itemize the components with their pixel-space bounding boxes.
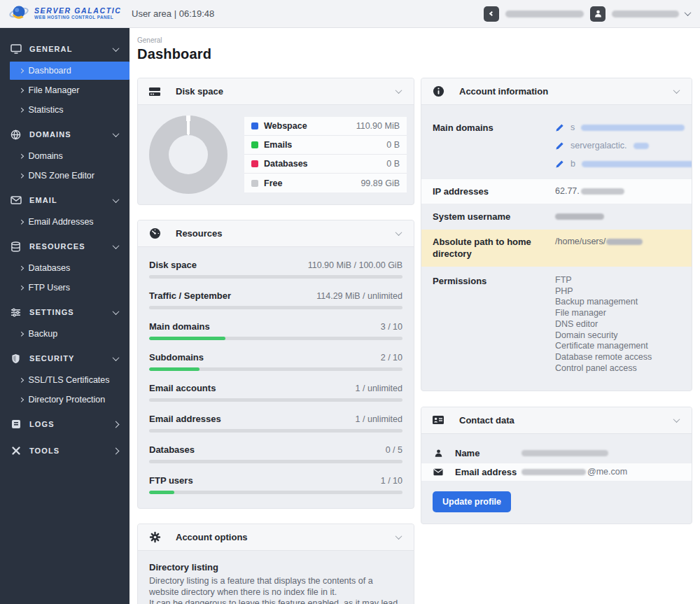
legend-value: 0 B	[386, 159, 400, 169]
sidebar-item-statistics[interactable]: Statistics	[0, 101, 130, 119]
planet-logo-icon	[8, 2, 31, 26]
sidebar-section-logs[interactable]: LOGS	[0, 413, 130, 435]
legend-value: 99.89 GiB	[360, 178, 400, 188]
system-username-row: System username	[421, 204, 692, 230]
sidebar-item-label: DNS Zone Editor	[29, 171, 94, 181]
home-directory-row: Absolute path to home directory /home/us…	[421, 230, 692, 267]
sidebar-section-label: DOMAINS	[29, 130, 113, 139]
sidebar-item-databases[interactable]: Databases	[0, 259, 130, 277]
disk-space-card: Disk space Webspace 110.90 MiB Emails	[137, 78, 414, 205]
redacted-username-text	[612, 10, 679, 17]
back-button[interactable]	[484, 6, 499, 22]
disk-usage-legend: Webspace 110.90 MiB Emails 0 B Databases…	[244, 117, 407, 192]
domain-text: servergalactic.	[570, 140, 627, 152]
webspace-color-swatch	[251, 122, 258, 129]
sidebar-item-label: Databases	[29, 263, 71, 273]
sidebar-item-ssl-tls-certificates[interactable]: SSL/TLS Certificates	[0, 371, 130, 389]
resource-label: Email accounts	[149, 383, 216, 393]
sidebar-item-ftp-users[interactable]: FTP Users	[0, 279, 130, 297]
info-icon	[431, 85, 445, 97]
sidebar-section-label: GENERAL	[29, 45, 113, 53]
collapse-chevron-icon[interactable]	[396, 229, 402, 236]
sidebar-item-file-manager[interactable]: File Manager	[0, 81, 130, 99]
sidebar-section-label: SETTINGS	[29, 308, 113, 316]
domain-text: s	[570, 122, 575, 134]
feature-description-1: Directory listing is a feature that disp…	[149, 576, 402, 598]
update-profile-button[interactable]: Update profile	[433, 491, 511, 512]
user-menu-button[interactable]	[590, 6, 606, 22]
sidebar-item-domains[interactable]: Domains	[0, 147, 130, 165]
permissions-row: Permissions FTP PHP Backup management Fi…	[421, 267, 692, 381]
resources-card-header[interactable]: Resources	[138, 220, 414, 247]
resource-row-ftp-users: FTP users1 / 10	[149, 475, 402, 494]
legend-row-free: Free 99.89 GiB	[244, 174, 407, 192]
permission-item: FTP	[555, 275, 680, 286]
sidebar-section-security[interactable]: SECURITY	[0, 347, 130, 370]
collapse-chevron-icon[interactable]	[673, 416, 680, 423]
disk-space-card-header[interactable]: Disk space	[138, 78, 414, 105]
app-logo[interactable]: SERVER GALACTIC WEB HOSTING CONTROL PANE…	[0, 2, 123, 26]
domain-link[interactable]: b	[555, 158, 692, 170]
account-options-card-header[interactable]: Account options	[138, 524, 414, 551]
domain-link[interactable]: s	[555, 122, 692, 134]
envelope-icon	[10, 196, 22, 204]
sidebar-item-label: FTP Users	[29, 283, 71, 293]
resource-label: FTP users	[149, 475, 193, 486]
path-value: /home/users/	[555, 237, 606, 246]
email-suffix: @me.com	[587, 467, 627, 477]
legend-row-emails: Emails 0 B	[244, 136, 407, 155]
sidebar-section-settings[interactable]: SETTINGS	[0, 301, 130, 323]
id-card-icon	[431, 415, 445, 425]
permission-item: Control panel access	[555, 363, 680, 374]
legend-value: 110.90 MiB	[356, 121, 400, 131]
collapse-chevron-icon[interactable]	[396, 533, 402, 540]
permission-item: PHP	[555, 286, 680, 297]
account-options-card: Account options Directory listing Direct…	[137, 524, 414, 604]
sidebar-item-backup[interactable]: Backup	[0, 325, 130, 343]
card-title: Account information	[459, 86, 674, 97]
domain-text: b	[570, 158, 575, 170]
top-bar: SERVER GALACTIC WEB HOSTING CONTROL PANE…	[0, 0, 700, 28]
card-title: Account options	[176, 532, 396, 542]
logo-subtitle: WEB HOSTING CONTROL PANEL	[34, 15, 121, 20]
sidebar-item-label: Email Addresses	[29, 217, 94, 227]
permission-item: Database remote access	[555, 352, 680, 363]
resource-value: 1 / unlimited	[356, 414, 402, 424]
account-information-card-header[interactable]: Account information	[421, 78, 692, 105]
page-title: Dashboard	[137, 46, 692, 62]
permission-item: Domain security	[555, 330, 680, 342]
chevron-right-icon	[19, 108, 23, 112]
sidebar-section-domains[interactable]: DOMAINS	[0, 123, 130, 146]
permission-item: Backup management	[555, 297, 680, 308]
pencil-icon	[555, 123, 564, 132]
resources-card: Resources Disk space110.90 MiB / 100.00 …	[137, 220, 414, 509]
collapse-chevron-icon[interactable]	[396, 87, 402, 94]
row-label: Permissions	[433, 275, 555, 288]
sidebar-item-dashboard[interactable]: Dashboard	[10, 62, 130, 80]
feature-description-2: It can be dangerous to leave this featur…	[149, 598, 402, 604]
progress-bar	[149, 367, 402, 371]
chevron-right-icon	[19, 266, 23, 270]
row-label: Main domains	[433, 122, 555, 134]
redacted-domain	[582, 161, 692, 167]
resource-value: 1 / 10	[381, 476, 402, 486]
card-title: Disk space	[176, 86, 396, 97]
sidebar-item-directory-protection[interactable]: Directory Protection	[0, 391, 130, 409]
sidebar-section-general[interactable]: GENERAL	[0, 38, 130, 60]
sidebar-item-label: Backup	[29, 329, 58, 339]
sidebar-item-label: Directory Protection	[29, 395, 106, 405]
contact-data-card-header[interactable]: Contact data	[421, 407, 692, 434]
sidebar-item-email-addresses[interactable]: Email Addresses	[0, 213, 130, 231]
resource-value: 3 / 10	[381, 322, 402, 332]
row-label: System username	[433, 211, 555, 223]
sidebar-section-email[interactable]: EMAIL	[0, 189, 130, 211]
sidebar-item-dns-zone-editor[interactable]: DNS Zone Editor	[0, 167, 130, 185]
sidebar-section-tools[interactable]: TOOLS	[0, 440, 130, 462]
sidebar-section-resources[interactable]: RESOURCES	[0, 235, 130, 258]
chevron-down-icon[interactable]	[685, 9, 692, 16]
domain-link[interactable]: servergalactic.	[555, 140, 692, 152]
sidebar-section-label: SECURITY	[29, 354, 113, 363]
emails-color-swatch	[251, 141, 258, 148]
chevron-right-icon	[19, 220, 23, 224]
collapse-chevron-icon[interactable]	[673, 87, 680, 94]
